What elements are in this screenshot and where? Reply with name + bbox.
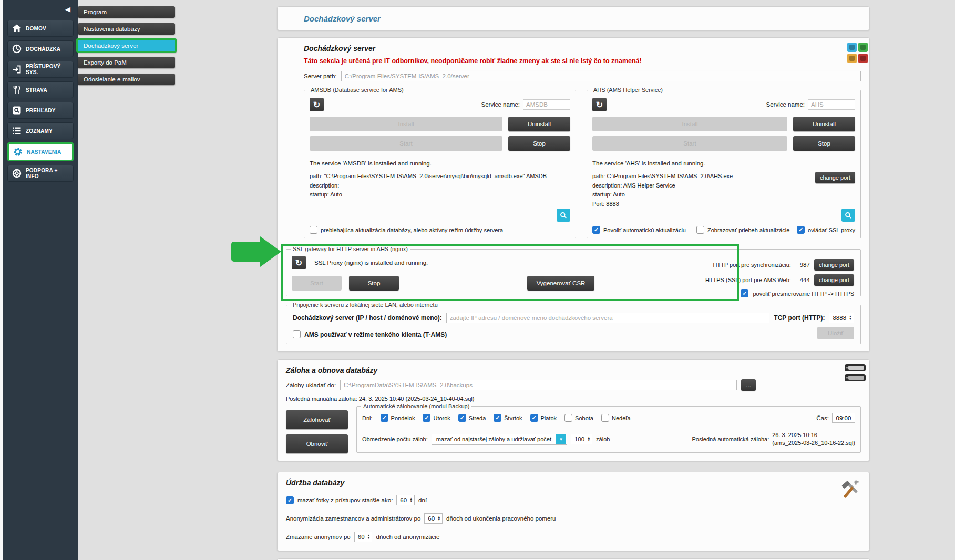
amsdb-status-text: The service 'AMSDB' is installed and run… [310,160,570,167]
backup-count-spinner[interactable]: 100 [571,434,592,444]
last-manual-backup-text: Posledná manuálna záloha: 24. 3. 2025 10… [286,396,861,402]
ssl-refresh-button[interactable] [292,256,306,269]
sidebar-item-podpora-info[interactable]: PODPORA + INFO [7,165,74,182]
orange-square-icon[interactable] [847,54,857,63]
day-thursday-checkbox[interactable] [494,414,501,422]
ssl-stop-button[interactable]: Stop [349,276,399,291]
anonymize-suffix: dňoch od ukončenia pracovného pomeru [446,515,556,522]
spinner-arrows-icon[interactable] [587,437,590,442]
delete-anonyms-days-spinner[interactable]: 60 [354,532,373,542]
delete-photos-days-spinner[interactable]: 60 [396,495,415,505]
amsdb-log-search-button[interactable] [557,209,570,222]
ahs-log-search-button[interactable] [841,209,855,222]
restore-button[interactable]: Obnoviť [286,434,348,453]
anonymize-days-spinner[interactable]: 60 [424,513,443,524]
tcp-port-value: 8888 [833,315,846,321]
day-tuesday-checkbox[interactable] [423,414,430,422]
http-redirect-checkbox[interactable] [741,289,748,297]
sidebar-item-domov[interactable]: DOMOV [7,20,74,37]
spinner-arrows-icon[interactable] [367,534,371,540]
amsdb-service-name-input[interactable] [523,99,570,110]
backup-time-input[interactable] [832,413,855,423]
server-host-label: Dochádzkový server (IP / host / doménové… [293,314,442,322]
show-update-progress-checkbox[interactable] [696,226,704,234]
ssl-start-button[interactable]: Start [292,276,342,291]
control-ssl-proxy-checkbox[interactable] [797,226,805,234]
lifebuoy-icon [12,168,22,179]
server-path-input[interactable] [341,71,861,81]
server-host-input[interactable] [446,313,769,323]
ahs-service-name-input[interactable] [808,99,855,110]
submenu-item-exporty-do-pam[interactable]: Exporty do PaM [78,57,175,68]
backup-limit-select[interactable]: mazať od najstaršej zálohy a udržiavať p… [432,434,567,445]
day-saturday-checkbox[interactable] [564,414,572,422]
numbered-list-icon [12,126,22,136]
sidebar-collapse-button[interactable]: ◀ [3,3,78,16]
lan-save-button[interactable]: Uložiť [817,327,854,339]
submenu-item-odosielanie-emailov[interactable]: Odosielanie e-mailov [78,74,175,85]
tcp-port-spinner[interactable]: 8888 [829,313,854,323]
submenu-item-program[interactable]: Program [78,6,175,18]
maintenance-title: Údržba databázy [286,479,861,487]
anonymize-label: Anonymizácia zamestnancov a administráto… [286,515,420,522]
amsdb-uninstall-button[interactable]: Uninstall [508,117,570,131]
red-square-icon[interactable] [858,54,868,63]
browse-button[interactable]: ... [741,379,756,391]
spinner-arrows-icon[interactable] [409,497,413,503]
thin-client-label: AMS používať v režime tenkého klienta (T… [304,331,447,338]
search-icon [560,212,567,219]
day-friday-checkbox[interactable] [530,414,538,422]
http-sync-change-port-button[interactable]: change port [814,259,854,271]
ahs-start-button[interactable]: Start [592,136,787,151]
spinner-arrows-icon[interactable] [437,516,440,521]
submenu-item-nastavenia-databazy[interactable]: Nastavenia databázy [78,23,175,35]
dropdown-arrow-icon[interactable] [556,434,566,444]
time-label: Čas: [816,415,829,421]
drive-icon [844,364,866,372]
green-square-icon[interactable] [858,43,868,52]
sidebar-item-nastavenia[interactable]: NASTAVENIA [7,142,74,161]
spinner-arrows-icon[interactable] [849,315,852,320]
day-sunday-checkbox[interactable] [601,414,609,422]
backup-dest-input[interactable] [340,380,737,390]
generate-csr-button[interactable]: Vygenerovať CSR [527,276,594,291]
sidebar-item-label: PRÍSTUPOVÝ SYS. [26,64,69,75]
annotation-arrow-icon [231,236,281,267]
sidebar-item-zoznamy[interactable]: ZOZNAMY [7,122,74,139]
ahs-uninstall-button[interactable]: Uninstall [793,117,855,131]
sidebar-item-label: STRAVA [26,87,47,93]
delete-photos-checkbox[interactable] [286,496,294,504]
auto-update-checkbox[interactable] [592,226,600,234]
db-maintenance-label: prebiehajúca aktualizácia databázy, aleb… [321,227,503,233]
thin-client-checkbox[interactable] [293,330,301,338]
http-redirect-label: povoliť presmerovanie HTTP -> HTTPS [753,291,854,297]
ahs-install-button[interactable]: Install [592,117,787,131]
submenu-item-dochadzkovy-server[interactable]: Dochádzkový server [76,38,177,53]
ahs-stop-button[interactable]: Stop [793,136,855,151]
backup-now-button[interactable]: Zálohovať [286,410,348,429]
main-sidebar: ◀ DOMOV DOCHÁDZKA PRÍSTUPOVÝ SYS. STRAVA… [3,0,78,560]
last-auto-backup-file: (ams_2025-03-26_10-16-22.sql) [772,439,855,447]
day-monday-checkbox[interactable] [381,414,388,422]
amsdb-refresh-button[interactable] [310,98,324,111]
sidebar-item-label: PREHĽADY [26,108,56,113]
https-change-port-button[interactable]: change port [814,274,854,286]
https-port-label: HTTPS (SSL) port pre AMS Web: [705,277,791,283]
amsdb-stop-button[interactable]: Stop [508,136,570,151]
day-wednesday-checkbox[interactable] [458,414,466,422]
delete-anonyms-label: Zmazanie anonymov po [286,534,351,540]
sidebar-item-dochadzka[interactable]: DOCHÁDZKA [7,40,74,57]
ahs-refresh-button[interactable] [592,98,607,111]
ahs-port-line: Port: 8888 [592,200,733,209]
clock-icon [12,44,22,54]
db-maintenance-checkbox[interactable] [310,226,317,234]
sidebar-item-prehlady[interactable]: PREHĽADY [7,102,74,119]
blue-square-icon[interactable] [847,43,857,52]
gear-icon [13,147,23,157]
server-path-label: Server path: [304,73,337,79]
sidebar-item-pristupovy-sys[interactable]: PRÍSTUPOVÝ SYS. [7,61,74,78]
amsdb-start-button[interactable]: Start [310,136,502,151]
ahs-change-port-button[interactable]: change port [815,172,855,183]
amsdb-install-button[interactable]: Install [310,117,502,131]
sidebar-item-strava[interactable]: STRAVA [7,81,74,98]
